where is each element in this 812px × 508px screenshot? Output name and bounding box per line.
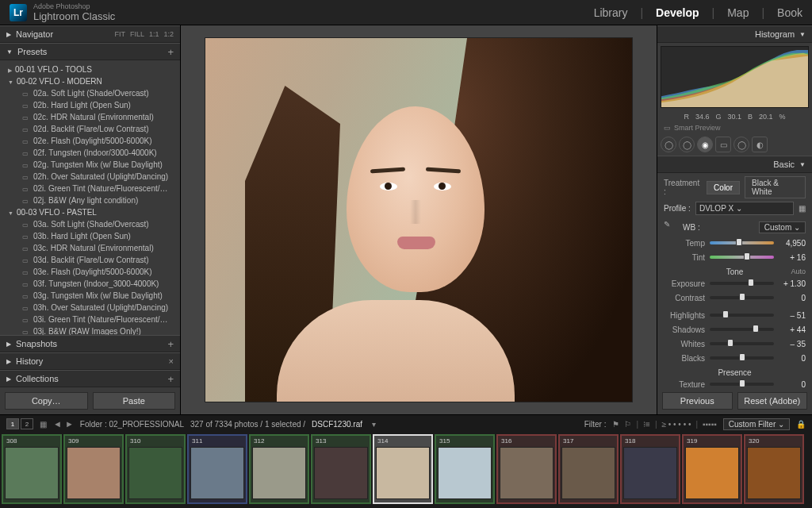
loupe-view[interactable]	[181, 25, 657, 414]
preset-item[interactable]: 02h. Over Saturated (Uplight/Dancing)	[0, 171, 180, 183]
wb-select[interactable]: Custom ⌄	[759, 221, 806, 233]
add-preset-icon[interactable]: +	[167, 46, 174, 58]
clear-history-icon[interactable]: ×	[169, 356, 174, 366]
filmstrip-thumb[interactable]: 311	[187, 434, 247, 504]
preset-item[interactable]: 02j. B&W (Any light condition)	[0, 194, 180, 206]
main-window-btn[interactable]: 1	[6, 418, 19, 429]
contrast-slider[interactable]	[710, 296, 774, 299]
profile-select[interactable]: DVLOP X ⌄	[695, 202, 794, 215]
crop-tool-icon[interactable]: ◯	[661, 137, 676, 152]
preset-item[interactable]: 03j. B&W (RAW Images Only!)	[0, 325, 180, 335]
folder-path[interactable]: Folder : 02_PROFESSIONAL	[80, 420, 184, 429]
preset-group[interactable]: ▼00-03 VFLO - PASTEL	[0, 206, 180, 218]
temp-slider[interactable]	[710, 241, 774, 244]
grid-view-icon[interactable]: ▦	[40, 420, 47, 429]
second-window-btn[interactable]: 2	[21, 418, 33, 429]
color-filter[interactable]: ▪▪▪▪▪	[703, 420, 717, 429]
preset-group[interactable]: ▶00-01 VFLO - TOOLS	[0, 64, 180, 75]
preset-item[interactable]: 03b. Hard Light (Open Sun)	[0, 230, 180, 242]
reset-button[interactable]: Reset (Adobe)	[737, 392, 808, 410]
preset-item[interactable]: 03f. Tungsten (Indoor_3000-4000K)	[0, 278, 180, 290]
flag-filter-icon[interactable]: ⚑	[612, 420, 619, 429]
module-book[interactable]: Book	[777, 6, 802, 19]
add-collection-icon[interactable]: +	[167, 373, 174, 385]
preset-item[interactable]: 03a. Soft Light (Shade/Overcast)	[0, 218, 180, 230]
eyedropper-icon[interactable]: ✎	[664, 220, 678, 234]
highlights-slider[interactable]	[710, 314, 774, 317]
brush-tool-icon[interactable]: ◐	[752, 137, 768, 152]
redeye-tool-icon[interactable]: ◉	[697, 137, 713, 152]
reject-filter-icon[interactable]: ⚐	[624, 420, 631, 429]
filmstrip[interactable]: 308309310311312313314315316317318319320	[0, 433, 812, 508]
previous-button[interactable]: Previous	[662, 392, 733, 410]
filmstrip-thumb[interactable]: 315	[435, 434, 495, 504]
prev-photo-icon[interactable]: ◄	[53, 419, 62, 429]
rating-ge-icon[interactable]: ≥ • • • • •	[662, 420, 691, 429]
spot-tool-icon[interactable]: ◯	[679, 137, 695, 152]
filmstrip-thumb[interactable]: 316	[496, 434, 557, 504]
history-header[interactable]: ▶ History ×	[0, 352, 180, 370]
preset-item[interactable]: 02f. Tungsten (Indoor/3000-4000K)	[0, 147, 180, 159]
exposure-slider[interactable]	[710, 282, 774, 285]
preset-item[interactable]: 03i. Green Tint (Nature/Fluorescent/Wind…	[0, 314, 180, 325]
module-map[interactable]: Map	[727, 6, 749, 19]
preset-item[interactable]: 03g. Tungsten Mix (w/ Blue Daylight)	[0, 290, 180, 302]
preset-item[interactable]: 03e. Flash (Daylight/5000-6000K)	[0, 266, 180, 278]
filmstrip-thumb[interactable]: 317	[558, 434, 619, 504]
presets-header[interactable]: ▼ Presets +	[0, 43, 180, 60]
profile-browser-icon[interactable]: ▦	[799, 204, 806, 213]
preset-item[interactable]: 02i. Green Tint (Nature/Fluorescent/Wind…	[0, 183, 180, 194]
whites-slider[interactable]	[710, 342, 774, 345]
module-library[interactable]: Library	[594, 6, 628, 19]
filmstrip-thumb[interactable]: 310	[125, 434, 186, 504]
histogram-display[interactable]	[661, 46, 809, 108]
filmstrip-thumb[interactable]: 312	[249, 434, 309, 504]
preset-item[interactable]: 03h. Over Saturated (Uplight/Dancing)	[0, 302, 180, 314]
preset-item[interactable]: 02c. HDR Natural (Environmental)	[0, 111, 180, 123]
rating-filter-icon[interactable]: ⁝≡	[643, 420, 650, 429]
slider-label: Texture	[664, 380, 705, 388]
treatment-color[interactable]: Color	[707, 181, 740, 194]
add-snapshot-icon[interactable]: +	[167, 338, 174, 350]
filmstrip-thumb[interactable]: 313	[311, 434, 371, 504]
next-photo-icon[interactable]: ►	[65, 419, 74, 429]
paste-button[interactable]: Paste	[93, 392, 176, 410]
histogram-header[interactable]: Histogram ▼	[657, 25, 812, 43]
preset-group[interactable]: ▼00-02 VFLO - MODERN	[0, 75, 180, 87]
filmstrip-thumb[interactable]: 318	[620, 434, 680, 504]
zoom-1-1[interactable]: 1:1	[149, 30, 159, 38]
filmstrip-thumb[interactable]: 320	[744, 434, 804, 504]
zoom-fill[interactable]: FILL	[130, 30, 144, 38]
preset-item[interactable]: 02g. Tungsten Mix (w/ Blue Daylight)	[0, 159, 180, 171]
chevron-down-icon[interactable]: ▾	[372, 420, 376, 429]
texture-slider[interactable]	[710, 383, 774, 386]
collections-header[interactable]: ▶ Collections +	[0, 370, 180, 387]
zoom-fit[interactable]: FIT	[114, 30, 125, 38]
basic-header[interactable]: Basic ▼	[657, 156, 812, 173]
module-develop[interactable]: Develop	[656, 6, 699, 19]
preset-item[interactable]: 02d. Backlit (Flare/Low Contrast)	[0, 123, 180, 135]
preset-item[interactable]: 02e. Flash (Daylight/5000-6000K)	[0, 135, 180, 147]
filmstrip-thumb[interactable]: 314	[373, 434, 433, 504]
blacks-slider[interactable]	[710, 356, 774, 360]
filmstrip-thumb[interactable]: 319	[682, 434, 742, 504]
navigator-header[interactable]: ▶ Navigator FIT FILL 1:1 1:2	[0, 25, 180, 43]
radial-filter-icon[interactable]: ◯	[733, 137, 749, 152]
copy-button[interactable]: Copy…	[5, 392, 88, 410]
preset-item[interactable]: 03d. Backlit (Flare/Low Contrast)	[0, 254, 180, 266]
auto-tone-button[interactable]: Auto	[791, 267, 806, 275]
filter-lock-icon[interactable]: 🔒	[796, 420, 806, 429]
tint-slider[interactable]	[710, 256, 774, 259]
preset-item[interactable]: 03c. HDR Natural (Environmental)	[0, 242, 180, 254]
preset-item[interactable]: 02a. Soft Light (Shade/Overcast)	[0, 87, 180, 99]
grad-filter-icon[interactable]: ▭	[715, 137, 731, 152]
treatment-bw[interactable]: Black & White	[745, 176, 806, 198]
shadows-slider[interactable]	[710, 328, 774, 331]
preset-item[interactable]: 02b. Hard Light (Open Sun)	[0, 99, 180, 111]
zoom-ratio[interactable]: 1:2	[163, 30, 174, 38]
filmstrip-thumb[interactable]: 309	[63, 434, 124, 504]
custom-filter-select[interactable]: Custom Filter ⌄	[723, 418, 790, 430]
snapshots-header[interactable]: ▶ Snapshots +	[0, 335, 180, 352]
preset-tree: ▶00-01 VFLO - TOOLS▼00-02 VFLO - MODERN0…	[0, 60, 180, 335]
filmstrip-thumb[interactable]: 308	[2, 434, 62, 504]
